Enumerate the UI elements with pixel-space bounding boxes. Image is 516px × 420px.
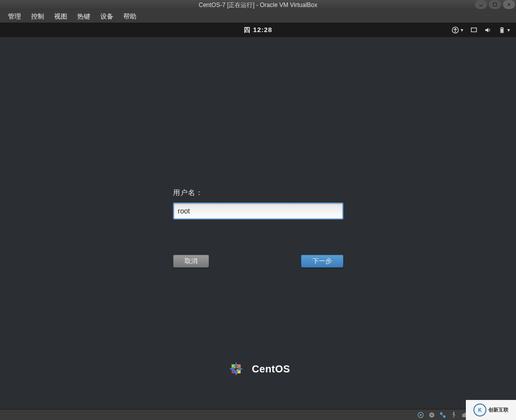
svg-point-21 [453,411,455,413]
status-network-icon[interactable] [439,411,447,419]
status-optical-icon[interactable] [428,411,436,419]
screen-icon[interactable] [470,27,477,34]
battery-icon[interactable]: ▾ [498,27,510,34]
guest-os-area: 四 12:28 ▾ ▾ 用户名： 取消 下一步 [0,23,516,407]
menu-devices[interactable]: 设备 [95,11,118,22]
svg-rect-0 [479,6,482,7]
status-usb-icon[interactable] [450,411,458,419]
svg-point-15 [420,414,422,416]
svg-rect-18 [440,412,442,414]
status-harddisk-icon[interactable] [417,411,425,419]
vbox-window-controls [475,0,515,9]
next-button[interactable]: 下一步 [301,255,343,268]
svg-point-17 [431,414,433,415]
centos-brand-text: CentOS [252,363,290,375]
svg-rect-6 [471,28,477,32]
maximize-button[interactable] [489,0,501,9]
menu-hotkeys[interactable]: 热键 [72,11,95,22]
vbox-title: CentOS-7 [正在运行] - Oracle VM VirtualBox [199,1,317,10]
vbox-titlebar: CentOS-7 [正在运行] - Oracle VM VirtualBox [0,0,516,10]
watermark: K 创新互联 [466,400,516,420]
svg-rect-9 [501,29,503,32]
centos-logo: CentOS [226,359,290,379]
svg-rect-1 [493,3,496,6]
gnome-clock[interactable]: 四 12:28 [244,26,272,35]
cancel-button[interactable]: 取消 [173,255,209,268]
menu-control[interactable]: 控制 [26,11,49,22]
username-label: 用户名： [173,188,343,197]
username-input[interactable] [173,202,343,220]
close-button[interactable] [503,0,515,9]
vbox-statusbar: ⌃ [0,409,516,420]
watermark-logo-icon: K [473,403,486,416]
menu-manage[interactable]: 管理 [3,11,26,22]
gnome-topbar-right: ▾ ▾ [452,23,510,37]
watermark-text: 创新互联 [488,406,508,413]
menu-view[interactable]: 视图 [49,11,72,22]
login-buttons: 取消 下一步 [173,255,343,268]
login-form: 用户名： 取消 下一步 [173,188,343,268]
svg-rect-8 [501,27,503,28]
volume-icon[interactable] [484,27,491,34]
gnome-topbar: 四 12:28 ▾ ▾ [0,23,516,37]
accessibility-icon[interactable]: ▾ [452,27,463,34]
minimize-button[interactable] [475,0,487,9]
vbox-menubar: 管理 控制 视图 热键 设备 帮助 [0,10,516,23]
centos-logo-icon [226,359,246,379]
menu-help[interactable]: 帮助 [118,11,141,22]
svg-point-5 [455,28,456,30]
